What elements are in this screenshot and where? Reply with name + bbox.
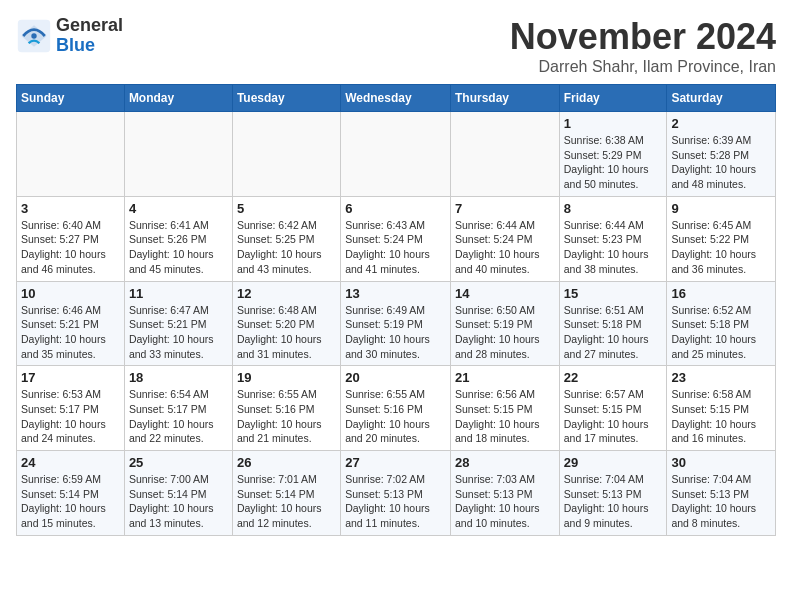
calendar-cell: 16Sunrise: 6:52 AM Sunset: 5:18 PM Dayli… — [667, 281, 776, 366]
calendar-cell: 24Sunrise: 6:59 AM Sunset: 5:14 PM Dayli… — [17, 451, 125, 536]
calendar-cell: 15Sunrise: 6:51 AM Sunset: 5:18 PM Dayli… — [559, 281, 667, 366]
day-number: 11 — [129, 286, 228, 301]
day-info: Sunrise: 6:51 AM Sunset: 5:18 PM Dayligh… — [564, 303, 663, 362]
day-info: Sunrise: 6:47 AM Sunset: 5:21 PM Dayligh… — [129, 303, 228, 362]
weekday-header-sunday: Sunday — [17, 85, 125, 112]
day-number: 13 — [345, 286, 446, 301]
day-info: Sunrise: 7:04 AM Sunset: 5:13 PM Dayligh… — [564, 472, 663, 531]
day-info: Sunrise: 6:42 AM Sunset: 5:25 PM Dayligh… — [237, 218, 336, 277]
day-info: Sunrise: 7:04 AM Sunset: 5:13 PM Dayligh… — [671, 472, 771, 531]
day-number: 3 — [21, 201, 120, 216]
calendar-cell: 9Sunrise: 6:45 AM Sunset: 5:22 PM Daylig… — [667, 196, 776, 281]
day-info: Sunrise: 7:01 AM Sunset: 5:14 PM Dayligh… — [237, 472, 336, 531]
day-info: Sunrise: 6:55 AM Sunset: 5:16 PM Dayligh… — [345, 387, 446, 446]
day-info: Sunrise: 6:49 AM Sunset: 5:19 PM Dayligh… — [345, 303, 446, 362]
page-header: General Blue November 2024 Darreh Shahr,… — [16, 16, 776, 76]
weekday-header-tuesday: Tuesday — [232, 85, 340, 112]
day-number: 9 — [671, 201, 771, 216]
calendar-cell: 18Sunrise: 6:54 AM Sunset: 5:17 PM Dayli… — [124, 366, 232, 451]
day-number: 2 — [671, 116, 771, 131]
weekday-header-friday: Friday — [559, 85, 667, 112]
calendar-cell: 12Sunrise: 6:48 AM Sunset: 5:20 PM Dayli… — [232, 281, 340, 366]
day-number: 4 — [129, 201, 228, 216]
day-info: Sunrise: 6:44 AM Sunset: 5:23 PM Dayligh… — [564, 218, 663, 277]
calendar-cell — [124, 112, 232, 197]
day-number: 16 — [671, 286, 771, 301]
weekday-header-row: SundayMondayTuesdayWednesdayThursdayFrid… — [17, 85, 776, 112]
day-number: 12 — [237, 286, 336, 301]
day-info: Sunrise: 6:59 AM Sunset: 5:14 PM Dayligh… — [21, 472, 120, 531]
calendar-cell: 23Sunrise: 6:58 AM Sunset: 5:15 PM Dayli… — [667, 366, 776, 451]
calendar-cell: 5Sunrise: 6:42 AM Sunset: 5:25 PM Daylig… — [232, 196, 340, 281]
day-number: 20 — [345, 370, 446, 385]
day-number: 15 — [564, 286, 663, 301]
day-number: 28 — [455, 455, 555, 470]
calendar-cell: 27Sunrise: 7:02 AM Sunset: 5:13 PM Dayli… — [341, 451, 451, 536]
calendar-cell: 19Sunrise: 6:55 AM Sunset: 5:16 PM Dayli… — [232, 366, 340, 451]
day-number: 30 — [671, 455, 771, 470]
day-number: 29 — [564, 455, 663, 470]
weekday-header-thursday: Thursday — [450, 85, 559, 112]
day-number: 19 — [237, 370, 336, 385]
day-number: 5 — [237, 201, 336, 216]
calendar-cell: 3Sunrise: 6:40 AM Sunset: 5:27 PM Daylig… — [17, 196, 125, 281]
calendar-cell: 6Sunrise: 6:43 AM Sunset: 5:24 PM Daylig… — [341, 196, 451, 281]
day-number: 18 — [129, 370, 228, 385]
calendar-cell: 8Sunrise: 6:44 AM Sunset: 5:23 PM Daylig… — [559, 196, 667, 281]
day-number: 6 — [345, 201, 446, 216]
day-info: Sunrise: 6:44 AM Sunset: 5:24 PM Dayligh… — [455, 218, 555, 277]
calendar-table: SundayMondayTuesdayWednesdayThursdayFrid… — [16, 84, 776, 536]
day-info: Sunrise: 6:38 AM Sunset: 5:29 PM Dayligh… — [564, 133, 663, 192]
day-number: 25 — [129, 455, 228, 470]
day-info: Sunrise: 6:52 AM Sunset: 5:18 PM Dayligh… — [671, 303, 771, 362]
weekday-header-saturday: Saturday — [667, 85, 776, 112]
calendar-cell — [17, 112, 125, 197]
day-info: Sunrise: 6:45 AM Sunset: 5:22 PM Dayligh… — [671, 218, 771, 277]
day-info: Sunrise: 6:39 AM Sunset: 5:28 PM Dayligh… — [671, 133, 771, 192]
month-title: November 2024 — [510, 16, 776, 58]
location: Darreh Shahr, Ilam Province, Iran — [510, 58, 776, 76]
weekday-header-monday: Monday — [124, 85, 232, 112]
logo-icon — [16, 18, 52, 54]
day-number: 27 — [345, 455, 446, 470]
day-number: 1 — [564, 116, 663, 131]
day-info: Sunrise: 6:41 AM Sunset: 5:26 PM Dayligh… — [129, 218, 228, 277]
calendar-cell: 1Sunrise: 6:38 AM Sunset: 5:29 PM Daylig… — [559, 112, 667, 197]
logo: General Blue — [16, 16, 123, 56]
calendar-cell: 28Sunrise: 7:03 AM Sunset: 5:13 PM Dayli… — [450, 451, 559, 536]
day-info: Sunrise: 6:54 AM Sunset: 5:17 PM Dayligh… — [129, 387, 228, 446]
day-info: Sunrise: 6:55 AM Sunset: 5:16 PM Dayligh… — [237, 387, 336, 446]
logo-text: General Blue — [56, 16, 123, 56]
calendar-cell — [341, 112, 451, 197]
day-number: 23 — [671, 370, 771, 385]
day-info: Sunrise: 7:00 AM Sunset: 5:14 PM Dayligh… — [129, 472, 228, 531]
day-info: Sunrise: 6:46 AM Sunset: 5:21 PM Dayligh… — [21, 303, 120, 362]
day-info: Sunrise: 6:57 AM Sunset: 5:15 PM Dayligh… — [564, 387, 663, 446]
day-number: 14 — [455, 286, 555, 301]
week-row-2: 3Sunrise: 6:40 AM Sunset: 5:27 PM Daylig… — [17, 196, 776, 281]
calendar-cell: 22Sunrise: 6:57 AM Sunset: 5:15 PM Dayli… — [559, 366, 667, 451]
calendar-cell: 25Sunrise: 7:00 AM Sunset: 5:14 PM Dayli… — [124, 451, 232, 536]
calendar-cell: 29Sunrise: 7:04 AM Sunset: 5:13 PM Dayli… — [559, 451, 667, 536]
day-number: 24 — [21, 455, 120, 470]
calendar-cell: 14Sunrise: 6:50 AM Sunset: 5:19 PM Dayli… — [450, 281, 559, 366]
calendar-cell: 11Sunrise: 6:47 AM Sunset: 5:21 PM Dayli… — [124, 281, 232, 366]
calendar-cell: 21Sunrise: 6:56 AM Sunset: 5:15 PM Dayli… — [450, 366, 559, 451]
calendar-cell: 7Sunrise: 6:44 AM Sunset: 5:24 PM Daylig… — [450, 196, 559, 281]
week-row-3: 10Sunrise: 6:46 AM Sunset: 5:21 PM Dayli… — [17, 281, 776, 366]
day-number: 8 — [564, 201, 663, 216]
calendar-cell: 30Sunrise: 7:04 AM Sunset: 5:13 PM Dayli… — [667, 451, 776, 536]
day-info: Sunrise: 6:48 AM Sunset: 5:20 PM Dayligh… — [237, 303, 336, 362]
day-info: Sunrise: 7:03 AM Sunset: 5:13 PM Dayligh… — [455, 472, 555, 531]
week-row-1: 1Sunrise: 6:38 AM Sunset: 5:29 PM Daylig… — [17, 112, 776, 197]
calendar-cell: 10Sunrise: 6:46 AM Sunset: 5:21 PM Dayli… — [17, 281, 125, 366]
day-info: Sunrise: 7:02 AM Sunset: 5:13 PM Dayligh… — [345, 472, 446, 531]
calendar-cell: 13Sunrise: 6:49 AM Sunset: 5:19 PM Dayli… — [341, 281, 451, 366]
day-number: 17 — [21, 370, 120, 385]
calendar-body: 1Sunrise: 6:38 AM Sunset: 5:29 PM Daylig… — [17, 112, 776, 536]
calendar-cell — [450, 112, 559, 197]
calendar-cell: 26Sunrise: 7:01 AM Sunset: 5:14 PM Dayli… — [232, 451, 340, 536]
day-info: Sunrise: 6:43 AM Sunset: 5:24 PM Dayligh… — [345, 218, 446, 277]
week-row-5: 24Sunrise: 6:59 AM Sunset: 5:14 PM Dayli… — [17, 451, 776, 536]
day-number: 26 — [237, 455, 336, 470]
